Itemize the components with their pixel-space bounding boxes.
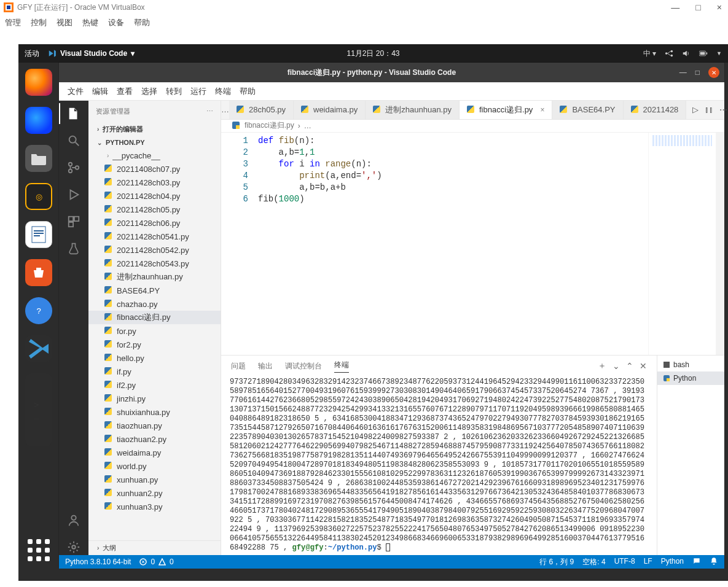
status-python-version[interactable]: Python 3.8.10 64-bit xyxy=(65,558,131,566)
split-editor-icon[interactable]: ⫿⫿ xyxy=(705,105,713,114)
vbox-menu-view[interactable]: 视图 xyxy=(57,17,72,28)
vbox-menu-manage[interactable]: 管理 xyxy=(5,17,21,28)
editor-content[interactable]: def fib(n): a,b=1,1 for i in range(n): p… xyxy=(258,133,648,355)
editor-scrollbar[interactable] xyxy=(716,133,724,355)
host-close-button[interactable]: × xyxy=(717,2,722,12)
sidebar-file-item[interactable]: shuixianhua.py xyxy=(88,405,221,419)
status-eol[interactable]: LF xyxy=(644,557,652,567)
activity-testing-icon[interactable] xyxy=(66,241,82,257)
breadcrumb-more[interactable]: … xyxy=(304,122,311,130)
power-menu-icon[interactable]: ▼ xyxy=(716,50,722,56)
sidebar-file-item[interactable]: 20211428ch0542.py xyxy=(88,243,221,257)
sidebar-file-item[interactable]: 20211408ch07.py xyxy=(88,162,221,176)
vbox-menu-device[interactable]: 设备 xyxy=(108,17,124,28)
status-language[interactable]: Python xyxy=(661,557,684,567)
dock-apps-grid-icon[interactable] xyxy=(26,538,51,562)
vbox-menu-help[interactable]: 帮助 xyxy=(134,17,150,28)
dock-firefox-icon[interactable] xyxy=(25,69,52,96)
volume-icon[interactable] xyxy=(682,49,691,58)
sidebar-file-item[interactable]: 20211428ch03.py xyxy=(88,176,221,189)
editor-tab[interactable]: 进制zhaunhuan.py xyxy=(366,101,460,119)
network-icon[interactable] xyxy=(665,49,673,58)
tab-more-icon[interactable]: ⋯ xyxy=(719,105,727,114)
sidebar-file-item[interactable]: xunhuan3.py xyxy=(88,500,221,513)
sidebar-file-item[interactable]: xunhuan.py xyxy=(88,473,221,486)
menu-edit[interactable]: 编辑 xyxy=(92,86,108,97)
editor-tab[interactable]: 28ch05.py xyxy=(229,101,294,119)
ime-indicator[interactable]: 中 ▾ xyxy=(643,49,656,59)
sidebar-file-item[interactable]: jinzhi.py xyxy=(88,392,221,405)
menu-run[interactable]: 运行 xyxy=(190,86,206,97)
status-encoding[interactable]: UTF-8 xyxy=(614,557,635,567)
panel-tab-output[interactable]: 输出 xyxy=(258,361,273,371)
vscode-maximize-button[interactable]: □ xyxy=(695,68,700,77)
terminal-shell-python[interactable]: Python xyxy=(657,371,724,385)
terminal-shell-bash[interactable]: bash xyxy=(657,358,724,371)
battery-icon[interactable] xyxy=(699,49,708,58)
dock-libreoffice-icon[interactable] xyxy=(25,221,52,248)
vscode-close-button[interactable] xyxy=(708,67,719,78)
panel-tab-debug[interactable]: 调试控制台 xyxy=(285,361,322,371)
sidebar-file-item[interactable]: if2.py xyxy=(88,378,221,392)
editor-tab[interactable]: 20211428 xyxy=(624,101,687,119)
status-bell-icon[interactable] xyxy=(710,557,718,567)
ubuntu-activities[interactable]: 活动 xyxy=(25,49,39,59)
sidebar-file-item[interactable]: 20211428ch0541.py xyxy=(88,230,221,243)
sidebar-file-item[interactable]: 进制zhaunhuan.py xyxy=(88,270,221,284)
menu-help[interactable]: 帮助 xyxy=(240,86,256,97)
sidebar-file-item[interactable]: world.py xyxy=(88,459,221,473)
sidebar-file-item[interactable]: 20211428ch0543.py xyxy=(88,257,221,270)
panel-maximize-icon[interactable]: ⌃ xyxy=(626,361,633,371)
status-feedback-icon[interactable] xyxy=(692,557,701,567)
activity-search-icon[interactable] xyxy=(66,133,82,149)
activity-settings-icon[interactable] xyxy=(66,539,82,555)
sidebar-file-item[interactable]: weidaima.py xyxy=(88,446,221,459)
sidebar-outline[interactable]: ›大纲 xyxy=(88,540,221,555)
panel-tab-terminal[interactable]: 终端 xyxy=(334,360,349,373)
activity-debug-icon[interactable] xyxy=(66,187,82,203)
editor-tab[interactable]: fibnacci递归.py× xyxy=(460,101,552,119)
tab-close-icon[interactable]: × xyxy=(540,106,544,114)
dock-terminal-icon[interactable]: >_ xyxy=(25,373,52,446)
tabs-scroll-indicator[interactable]: … xyxy=(221,101,229,119)
sidebar-file-item[interactable]: xunhuan2.py xyxy=(88,486,221,500)
run-file-icon[interactable]: ▷ xyxy=(692,105,699,114)
dock-vscode-icon[interactable] xyxy=(25,335,52,362)
editor-tab[interactable]: BASE64.PY xyxy=(552,101,623,119)
terminal-new-icon[interactable]: ＋ xyxy=(598,360,606,371)
dock-thunderbird-icon[interactable] xyxy=(25,107,52,134)
status-problems[interactable]: 0 0 xyxy=(139,558,173,566)
terminal-content[interactable]: 9737271890428034963283291423237466738923… xyxy=(221,376,657,555)
breadcrumb-file[interactable]: fibnacci递归.py xyxy=(245,120,294,131)
sidebar-file-item[interactable]: BASE64.PY xyxy=(88,284,221,297)
sidebar-file-item[interactable]: 20211428ch06.py xyxy=(88,216,221,230)
sidebar-open-editors[interactable]: ›打开的编辑器 xyxy=(88,122,221,136)
sidebar-file-item[interactable]: 20211428ch05.py xyxy=(88,203,221,216)
activity-explorer-icon[interactable] xyxy=(66,106,82,122)
panel-close-icon[interactable]: ✕ xyxy=(640,361,647,371)
menu-go[interactable]: 转到 xyxy=(166,86,182,97)
host-minimize-button[interactable]: — xyxy=(671,2,679,12)
vbox-menu-control[interactable]: 控制 xyxy=(31,17,47,28)
terminal-dropdown-icon[interactable]: ⌄ xyxy=(613,361,620,371)
vbox-menu-hotkey[interactable]: 热键 xyxy=(82,17,98,28)
menu-select[interactable]: 查看 xyxy=(117,86,133,97)
sidebar-file-item[interactable]: 20211428ch04.py xyxy=(88,189,221,203)
activity-scm-icon[interactable] xyxy=(66,160,82,176)
ubuntu-app-indicator[interactable]: Visual Studio Code ▾ xyxy=(48,49,135,58)
dock-files-icon[interactable] xyxy=(25,145,52,172)
activity-extensions-icon[interactable] xyxy=(66,214,82,230)
host-maximize-button[interactable]: □ xyxy=(695,2,700,12)
sidebar-file-item[interactable]: tiaozhuan.py xyxy=(88,419,221,432)
sidebar-file-item[interactable]: fibnacci递归.py xyxy=(88,311,221,324)
sidebar-file-item[interactable]: chazhao.py xyxy=(88,297,221,311)
sidebar-file-item[interactable]: tiaozhuan2.py xyxy=(88,432,221,446)
sidebar-project[interactable]: ⌄PYTHON.PY xyxy=(88,136,221,149)
status-indent[interactable]: 空格: 4 xyxy=(582,557,605,567)
sidebar-file-item[interactable]: if.py xyxy=(88,365,221,378)
editor-minimap[interactable] xyxy=(648,133,716,355)
activity-account-icon[interactable] xyxy=(66,512,82,528)
sidebar-file-item[interactable]: for.py xyxy=(88,324,221,338)
sidebar-file-item[interactable]: hello.py xyxy=(88,351,221,365)
menu-file[interactable]: 文件 xyxy=(68,86,84,97)
